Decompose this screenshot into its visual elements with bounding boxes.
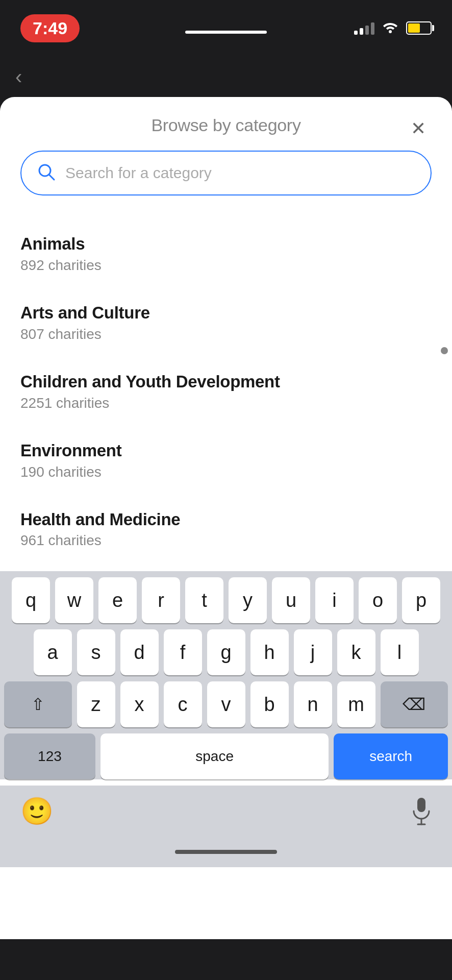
emoji-button[interactable]: 🙂 <box>20 796 54 827</box>
key-z[interactable]: z <box>77 681 115 727</box>
key-j[interactable]: j <box>294 629 332 675</box>
category-name: Health and Medicine <box>20 509 432 531</box>
category-name: Environment <box>20 440 432 462</box>
home-bar <box>175 850 277 854</box>
category-count: 961 charities <box>20 532 432 549</box>
close-button[interactable]: ✕ <box>405 115 432 142</box>
modal-header: Browse by category ✕ <box>0 97 452 145</box>
back-bar: ‹ <box>0 56 452 97</box>
keyboard: q w e r t y u i o p a s d f g h j k l ⇧ … <box>0 571 452 779</box>
wifi-icon <box>382 20 399 37</box>
home-indicator-bottom <box>0 837 452 867</box>
keyboard-row-3: ⇧ z x c v b n m ⌫ <box>4 681 448 727</box>
backspace-key[interactable]: ⌫ <box>381 681 448 727</box>
modal-title: Browse by category <box>151 115 300 135</box>
modal-sheet: Browse by category ✕ Search for a catego… <box>0 97 452 939</box>
category-count: 190 charities <box>20 464 432 480</box>
key-s[interactable]: s <box>77 629 115 675</box>
svg-rect-2 <box>417 798 425 812</box>
key-l[interactable]: l <box>381 629 419 675</box>
search-icon <box>37 162 56 184</box>
microphone-button[interactable] <box>411 797 432 825</box>
key-m[interactable]: m <box>337 681 375 727</box>
keyboard-row-1: q w e r t y u i o p <box>4 577 448 623</box>
search-container: Search for a category <box>0 145 452 211</box>
key-o[interactable]: o <box>359 577 397 623</box>
category-item-arts[interactable]: Arts and Culture 807 charities <box>0 290 452 355</box>
key-v[interactable]: v <box>207 681 245 727</box>
key-c[interactable]: c <box>164 681 202 727</box>
key-n[interactable]: n <box>294 681 332 727</box>
category-item-environment[interactable]: Environment 190 charities <box>0 428 452 493</box>
keyboard-row-2: a s d f g h j k l <box>4 629 448 675</box>
category-count: 892 charities <box>20 257 432 274</box>
key-w[interactable]: w <box>55 577 93 623</box>
category-count: 2251 charities <box>20 395 432 411</box>
key-u[interactable]: u <box>272 577 310 623</box>
key-a[interactable]: a <box>34 629 72 675</box>
numbers-key[interactable]: 123 <box>4 733 95 779</box>
search-placeholder: Search for a category <box>65 164 212 182</box>
category-count: 807 charities <box>20 326 432 342</box>
back-arrow-icon[interactable]: ‹ <box>15 66 22 87</box>
status-time: 7:49 <box>20 14 80 42</box>
key-f[interactable]: f <box>164 629 202 675</box>
space-key[interactable]: space <box>101 733 329 779</box>
key-y[interactable]: y <box>229 577 267 623</box>
category-item-animals[interactable]: Animals 892 charities <box>0 221 452 286</box>
category-item-children[interactable]: Children and Youth Development 2251 char… <box>0 359 452 424</box>
scroll-indicator <box>441 347 448 354</box>
shift-key[interactable]: ⇧ <box>4 681 72 727</box>
category-list: Animals 892 charities Arts and Culture 8… <box>0 211 452 571</box>
key-r[interactable]: r <box>142 577 180 623</box>
signal-icon <box>354 21 374 35</box>
key-t[interactable]: t <box>185 577 223 623</box>
key-b[interactable]: b <box>250 681 289 727</box>
key-p[interactable]: p <box>402 577 440 623</box>
search-key[interactable]: search <box>334 733 448 779</box>
key-g[interactable]: g <box>207 629 245 675</box>
key-e[interactable]: e <box>98 577 137 623</box>
battery-icon <box>406 21 432 35</box>
category-name: Arts and Culture <box>20 302 432 324</box>
category-item-health[interactable]: Health and Medicine 961 charities <box>0 497 452 561</box>
status-icons <box>354 20 432 37</box>
category-name: Children and Youth Development <box>20 371 432 393</box>
key-x[interactable]: x <box>120 681 159 727</box>
key-d[interactable]: d <box>120 629 159 675</box>
keyboard-row-4: 123 space search <box>4 733 448 779</box>
close-icon: ✕ <box>411 119 426 138</box>
svg-line-1 <box>49 175 54 180</box>
key-h[interactable]: h <box>250 629 289 675</box>
key-q[interactable]: q <box>12 577 50 623</box>
key-k[interactable]: k <box>337 629 375 675</box>
key-i[interactable]: i <box>315 577 354 623</box>
home-indicator-top <box>185 31 267 34</box>
category-name: Animals <box>20 233 432 255</box>
status-bar: 7:49 <box>0 0 452 56</box>
keyboard-bottom-bar: 🙂 <box>0 786 452 837</box>
search-box[interactable]: Search for a category <box>20 151 432 195</box>
